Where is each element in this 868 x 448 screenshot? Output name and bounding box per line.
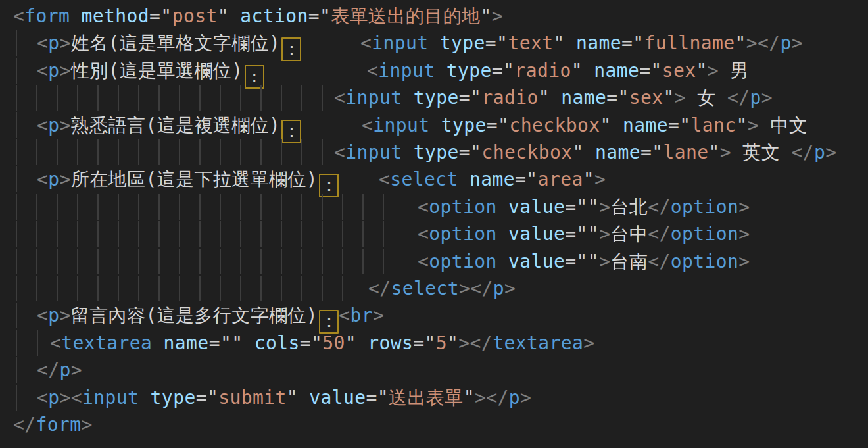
code-token: 留言內容(這是多行文字欄位): [71, 305, 318, 326]
indent-guide: [138, 221, 139, 247]
code-token: >: [708, 60, 719, 82]
code-token: </: [486, 387, 509, 409]
indent-guide: [37, 330, 38, 356]
code-line[interactable]: </form>: [0, 411, 868, 438]
indent-guide: [36, 139, 37, 165]
code-token: >: [738, 223, 750, 245]
code-token: <: [367, 60, 378, 82]
code-token: 5: [436, 332, 447, 354]
indent-guide: [77, 276, 78, 301]
code-token: >: [520, 387, 531, 409]
code-line[interactable]: </select></p>: [0, 275, 868, 302]
indent-guide: [57, 276, 58, 301]
indent-guide: [281, 249, 282, 274]
code-line[interactable]: <p>熟悉語言(這是複選欄位)：<input type="checkbox" n…: [0, 112, 868, 139]
code-token: text: [508, 32, 553, 54]
indent-guide: [36, 85, 37, 111]
indent-guide: [301, 276, 302, 301]
indent-guide: [36, 249, 37, 274]
code-line[interactable]: </p>: [0, 357, 868, 384]
code-token: type: [139, 387, 195, 409]
indent-guide: [16, 166, 17, 192]
indent-guide: [240, 194, 241, 220]
indent-guide: [260, 276, 262, 301]
code-token: select: [391, 278, 460, 299]
code-line[interactable]: <textarea name="" cols="50" rows="5"></t…: [0, 330, 868, 357]
code-token: name: [458, 168, 515, 190]
indent-guide: [158, 249, 160, 274]
code-token: >: [458, 332, 470, 354]
code-token: option: [671, 251, 739, 272]
code-line[interactable]: <input type="checkbox" name="lane"> 英文 <…: [0, 139, 868, 166]
code-token: br: [350, 305, 373, 326]
code-line[interactable]: <p>性別(這是單選欄位)：<input type="radio" name="…: [0, 57, 868, 84]
code-token: p: [48, 114, 59, 136]
code-token: p: [48, 60, 59, 82]
code-token: lane: [663, 141, 709, 163]
indent-guide: [16, 249, 17, 274]
code-line[interactable]: <p><input type="submit" value="送出表單"></p…: [0, 384, 868, 411]
code-line[interactable]: <p>姓名(這是單格文字欄位)：<input type="text" name=…: [0, 30, 868, 57]
code-line[interactable]: <p>所在地區(這是下拉選單欄位)：<select name="area">: [0, 166, 868, 193]
indent-guide: [240, 85, 241, 111]
code-token: 女: [686, 87, 727, 109]
code-token: 中文: [759, 114, 808, 136]
code-line[interactable]: <option value="">台北</option>: [0, 193, 868, 220]
code-token: 姓名(這是單格文字欄位): [71, 32, 281, 54]
code-token: input: [373, 114, 429, 136]
code-token: ": [287, 387, 298, 409]
code-token: checkbox: [481, 141, 572, 163]
code-token: =": [149, 5, 172, 27]
indent-guide: [77, 85, 78, 111]
code-token: post: [172, 5, 218, 27]
code-token: <: [334, 87, 345, 109]
code-token: >: [492, 5, 503, 27]
code-line[interactable]: <option value="">台中</option>: [0, 220, 868, 247]
code-token: ": [480, 5, 491, 27]
code-token: name: [550, 87, 606, 109]
code-token: 所在地區(這是下拉選單欄位): [71, 168, 318, 190]
code-token: </: [727, 87, 750, 109]
code-line[interactable]: <option value="">台南</option>: [0, 248, 868, 275]
code-token: =": [366, 387, 389, 409]
code-token: <: [71, 387, 82, 409]
code-token: >: [60, 60, 71, 82]
indent-guide: [16, 58, 17, 84]
code-editor[interactable]: <form method="post" action="表單送出的目的地"><p…: [0, 0, 868, 448]
indent-guide: [97, 139, 99, 165]
code-token: p: [48, 168, 59, 190]
code-token: 台北: [610, 196, 648, 218]
code-token: 台中: [610, 223, 648, 245]
code-token: </: [368, 278, 391, 299]
indent-guide: [16, 112, 17, 138]
code-line[interactable]: <p>留言內容(這是多行文字欄位)：<br>: [0, 302, 868, 329]
code-token: =": [308, 5, 331, 27]
indent-guide: [322, 139, 323, 165]
code-token: radio: [514, 60, 571, 82]
code-token: <: [37, 60, 48, 82]
code-token: =": [621, 32, 644, 54]
code-line[interactable]: <input type="radio" name="sex"> 女 </p>: [0, 84, 868, 111]
code-token: >: [594, 168, 606, 190]
code-line[interactable]: <form method="post" action="表單送出的目的地">: [0, 3, 868, 30]
code-segment: </select></p>: [368, 275, 516, 302]
indent-guide: [322, 85, 323, 111]
indent-guide: [16, 357, 17, 383]
code-token: p: [48, 32, 59, 54]
indent-guide: [16, 276, 17, 301]
code-token: >: [599, 251, 610, 272]
indent-guide: [383, 194, 384, 220]
indent-guide: [16, 385, 17, 411]
code-token: form: [36, 414, 82, 436]
indent-guide: [342, 276, 343, 301]
code-token: ": [447, 332, 458, 354]
code-token: lanc: [691, 114, 736, 136]
code-token: </: [648, 223, 671, 245]
indent-guide: [97, 221, 99, 247]
indent-guide: [240, 276, 241, 301]
code-token: ": [696, 60, 708, 82]
indent-guide: [36, 221, 37, 247]
code-token: <: [50, 332, 61, 354]
code-token: ="": [565, 196, 599, 218]
indent-guide: [36, 194, 37, 220]
